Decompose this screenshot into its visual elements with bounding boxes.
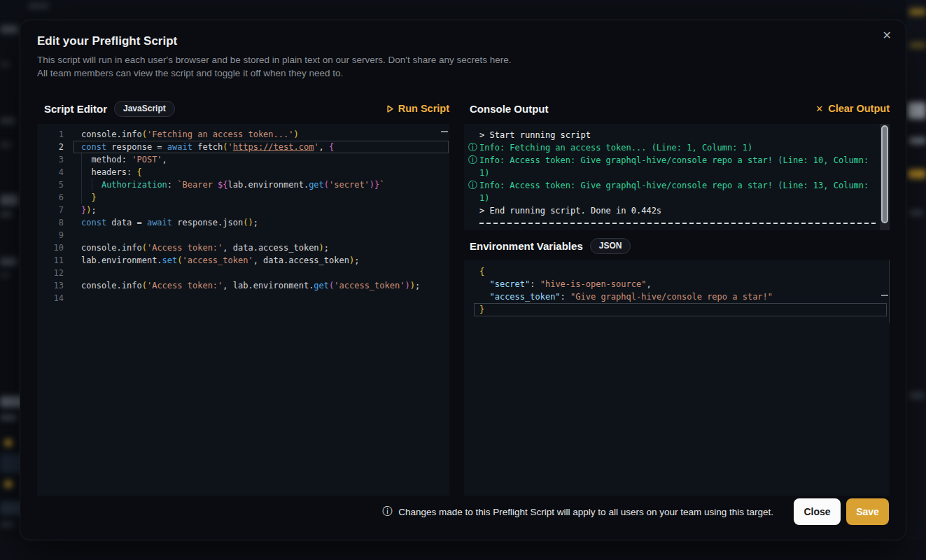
code-token: ; bbox=[253, 218, 258, 227]
console-log-entry: > End running script. Done in 0.442s bbox=[468, 204, 876, 217]
code-text: lab.environment.set('access_token', data… bbox=[81, 254, 359, 267]
code-line[interactable]: 12 bbox=[37, 267, 449, 279]
code-token: fetch bbox=[192, 142, 223, 152]
code-line[interactable]: 8const data = await response.json(); bbox=[37, 216, 449, 229]
footer-note: ⓘ Changes made to this Preflight Script … bbox=[382, 505, 773, 518]
code-line[interactable]: 4 headers: { bbox=[37, 166, 449, 178]
code-token: { bbox=[479, 267, 484, 276]
backdrop-right-strip bbox=[906, 0, 926, 560]
code-text: headers: { bbox=[81, 166, 142, 178]
code-token: "secret" bbox=[489, 279, 530, 289]
code-text: console.info('Access token:', lab.enviro… bbox=[81, 279, 420, 292]
code-token: data = bbox=[106, 218, 147, 227]
console-log-text: > End running script. Done in 0.442s bbox=[479, 206, 661, 216]
code-token: 'Access token:' bbox=[147, 281, 223, 290]
code-token: , bbox=[162, 155, 167, 164]
code-line[interactable]: "access_token": "Give graphql-hive/conso… bbox=[479, 290, 890, 303]
line-number: 14 bbox=[37, 292, 64, 304]
console-log-text: > Start running script bbox=[479, 130, 591, 140]
save-button[interactable]: Save bbox=[846, 498, 889, 525]
code-token: ( bbox=[142, 243, 147, 253]
code-line[interactable]: 3 method: 'POST', bbox=[37, 153, 449, 166]
script-editor-panel[interactable]: 1console.info('Fetching an access token.… bbox=[37, 124, 449, 496]
console-scrollbar[interactable] bbox=[880, 124, 890, 230]
backdrop-blob bbox=[0, 273, 10, 277]
code-token: ) bbox=[405, 281, 409, 290]
backdrop-blob bbox=[909, 8, 926, 15]
code-token: ) bbox=[248, 218, 253, 227]
dialog-description-line1: This script will run in each user's brow… bbox=[37, 55, 511, 65]
code-line[interactable]: 5 Authorization: `Bearer ${lab.environme… bbox=[37, 178, 449, 191]
code-token: ( bbox=[177, 255, 182, 265]
backdrop-blob bbox=[908, 169, 926, 178]
line-number: 11 bbox=[37, 254, 64, 267]
line-number: 2 bbox=[37, 141, 64, 153]
dialog-footer: ⓘ Changes made to this Preflight Script … bbox=[382, 498, 889, 525]
code-text: method: 'POST', bbox=[81, 153, 167, 166]
console-separator bbox=[479, 223, 876, 224]
code-token bbox=[479, 292, 489, 302]
code-token: , data.access_token bbox=[253, 255, 349, 265]
code-line[interactable]: 1console.info('Fetching an access token.… bbox=[37, 128, 449, 141]
overview-ruler bbox=[889, 260, 890, 323]
run-script-button[interactable]: Run Script bbox=[387, 103, 449, 114]
console-scrollbar-thumb[interactable] bbox=[881, 125, 888, 223]
backdrop-blob bbox=[28, 3, 49, 9]
code-line[interactable]: 11lab.environment.set('access_token', da… bbox=[37, 254, 449, 267]
close-icon[interactable]: ✕ bbox=[883, 29, 892, 42]
environment-variables-editor[interactable]: { "secret": "hive-is-open-source", "acce… bbox=[464, 260, 890, 496]
code-token: lab.environment. bbox=[228, 180, 309, 190]
close-button[interactable]: Close bbox=[794, 498, 841, 525]
code-line[interactable]: { bbox=[479, 265, 890, 278]
clear-output-button[interactable]: ✕ Clear Output bbox=[815, 103, 890, 114]
code-token bbox=[479, 279, 489, 289]
backdrop-blob bbox=[908, 102, 926, 119]
code-token: 'POST' bbox=[132, 155, 162, 164]
dialog-description-line2: All team members can view the script and… bbox=[37, 68, 343, 78]
code-line[interactable]: 7}); bbox=[37, 204, 449, 216]
code-token: lab.environment. bbox=[81, 255, 162, 265]
code-line[interactable]: 10console.info('Access token:', data.acc… bbox=[37, 241, 449, 254]
backdrop-blob bbox=[909, 210, 923, 216]
code-text: console.info('Access token:', data.acces… bbox=[81, 241, 329, 254]
page: ✕ Edit your Preflight Script This script… bbox=[0, 0, 926, 560]
code-line[interactable]: } bbox=[479, 303, 890, 316]
console-output-title: Console Output bbox=[470, 103, 549, 115]
code-token: ' bbox=[314, 142, 318, 152]
code-token: , bbox=[646, 279, 651, 289]
code-token: { bbox=[329, 142, 334, 152]
code-token: console.info bbox=[81, 281, 142, 290]
play-icon bbox=[387, 105, 393, 113]
code-line[interactable]: 9 bbox=[37, 229, 449, 241]
code-line[interactable]: 2const response = await fetch('https://t… bbox=[37, 141, 449, 153]
code-text: } bbox=[81, 191, 97, 204]
info-icon: ⓘ bbox=[382, 505, 392, 518]
console-log-text: Info: Access token: Give graphql-hive/co… bbox=[479, 155, 869, 178]
code-token: } bbox=[479, 304, 484, 314]
code-token: , data.access_token bbox=[223, 243, 318, 253]
code-line[interactable]: 14 bbox=[37, 292, 449, 304]
code-token: headers: bbox=[81, 167, 136, 177]
backdrop-bottom-strip bbox=[0, 540, 926, 560]
code-line[interactable]: 13console.info('Access token:', lab.envi… bbox=[37, 279, 449, 292]
line-number: 7 bbox=[37, 204, 64, 216]
code-line[interactable]: 6 } bbox=[37, 191, 449, 204]
environment-variables-header: Environment Variables JSON bbox=[470, 237, 890, 254]
backdrop-blob bbox=[909, 137, 926, 144]
overview-ruler-marker bbox=[441, 131, 448, 132]
code-token: ( bbox=[223, 142, 227, 152]
code-line[interactable]: "secret": "hive-is-open-source", bbox=[479, 278, 890, 290]
code-token: const bbox=[81, 218, 106, 227]
script-code-area[interactable]: 1console.info('Fetching an access token.… bbox=[37, 124, 449, 496]
indent-guide bbox=[92, 178, 92, 191]
environment-variables-panel[interactable]: { "secret": "hive-is-open-source", "acce… bbox=[464, 260, 890, 496]
code-token: "access_token" bbox=[489, 292, 560, 302]
code-token: await bbox=[147, 218, 172, 227]
code-token: set bbox=[162, 255, 178, 265]
code-token: 'secret' bbox=[329, 180, 370, 190]
code-token: "hive-is-open-source" bbox=[540, 279, 647, 289]
backdrop-blob bbox=[909, 42, 926, 48]
backdrop-blob bbox=[0, 142, 11, 148]
line-number: 10 bbox=[37, 241, 64, 254]
info-icon: ⓘ bbox=[468, 154, 477, 167]
